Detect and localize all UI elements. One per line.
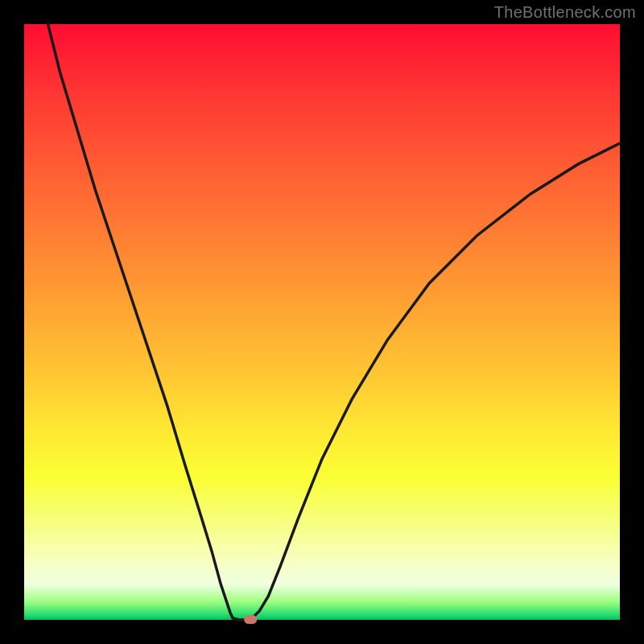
plot-area	[24, 24, 620, 620]
watermark-text: TheBottleneck.com	[494, 3, 636, 22]
chart-svg	[24, 24, 620, 620]
bottleneck-curve	[48, 24, 620, 620]
optimum-marker	[244, 615, 257, 624]
chart-container: TheBottleneck.com	[0, 0, 644, 644]
